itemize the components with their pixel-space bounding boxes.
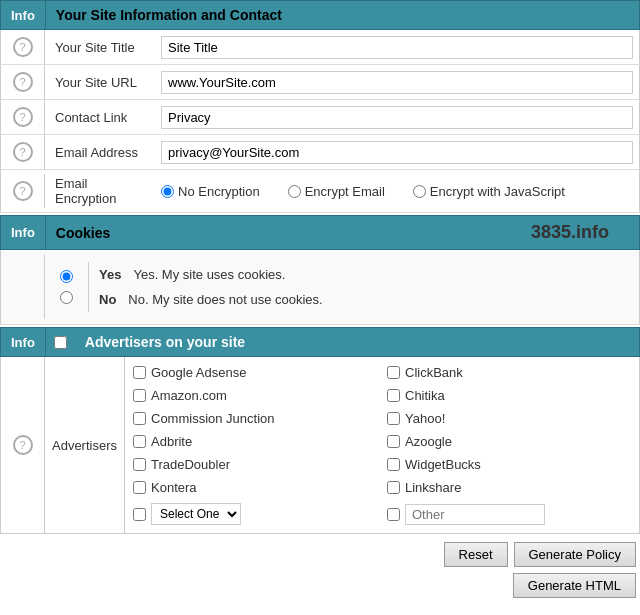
contact-link-label: Contact Link bbox=[45, 104, 155, 131]
cookies-labels: Yes Yes. My site uses cookies. No No. My… bbox=[89, 261, 333, 313]
site-url-icon-cell: ? bbox=[1, 65, 45, 99]
site-title-label: Your Site Title bbox=[45, 34, 155, 61]
contact-link-icon-cell: ? bbox=[1, 100, 45, 134]
adv-checkbox-chitika[interactable] bbox=[387, 389, 400, 402]
adv-item-tradedoubler: TradeDoubler bbox=[133, 457, 377, 472]
email-address-icon-cell: ? bbox=[1, 135, 45, 169]
cookies-no-radio-label[interactable] bbox=[60, 291, 73, 304]
adv-other-row bbox=[387, 503, 631, 525]
cookies-yes-radio[interactable] bbox=[60, 270, 73, 283]
adv-checkbox-kontera[interactable] bbox=[133, 481, 146, 494]
generate-policy-button[interactable]: Generate Policy bbox=[514, 542, 637, 567]
adv-checkbox-widgetbucks[interactable] bbox=[387, 458, 400, 471]
contact-link-row: ? Contact Link bbox=[0, 100, 640, 135]
cookies-no-row: No No. My site does not use cookies. bbox=[99, 292, 323, 307]
email-address-value[interactable] bbox=[155, 137, 639, 168]
advertisers-body: ? Advertisers Google Adsense ClickBank A… bbox=[0, 357, 640, 534]
advertisers-checkboxes: Google Adsense ClickBank Amazon.com Chit… bbox=[125, 357, 639, 533]
email-address-label: Email Address bbox=[45, 139, 155, 166]
email-address-input[interactable] bbox=[161, 141, 633, 164]
adv-checkbox-tradedoubler[interactable] bbox=[133, 458, 146, 471]
reset-button[interactable]: Reset bbox=[444, 542, 508, 567]
adv-checkbox-yahoo[interactable] bbox=[387, 412, 400, 425]
adv-item-amazon: Amazon.com bbox=[133, 388, 377, 403]
site-title-icon: ? bbox=[13, 37, 33, 57]
adv-checkbox-linkshare[interactable] bbox=[387, 481, 400, 494]
adv-item-kontera: Kontera bbox=[133, 480, 377, 495]
advertisers-title: Advertisers on your site bbox=[75, 327, 640, 357]
contact-link-icon: ? bbox=[13, 107, 33, 127]
adv-item-yahoo: Yahoo! bbox=[387, 411, 631, 426]
adv-item-clickbank: ClickBank bbox=[387, 365, 631, 380]
encryption-radio-group: No Encryption Encrypt Email Encrypt with… bbox=[161, 184, 633, 199]
encryption-icon: ? bbox=[13, 181, 33, 201]
advertisers-master-checkbox-cell[interactable] bbox=[46, 327, 75, 357]
site-title-row: ? Your Site Title bbox=[0, 30, 640, 65]
advertisers-header: Info Advertisers on your site bbox=[0, 327, 640, 357]
enc-js-option[interactable]: Encrypt with JavaScript bbox=[413, 184, 565, 199]
cookies-body: Yes Yes. My site uses cookies. No No. My… bbox=[0, 250, 640, 325]
site-url-value[interactable] bbox=[155, 67, 639, 98]
adv-item-azoogle: Azoogle bbox=[387, 434, 631, 449]
enc-js-radio[interactable] bbox=[413, 185, 426, 198]
enc-email-radio[interactable] bbox=[288, 185, 301, 198]
btn-row-2: Generate HTML bbox=[513, 573, 636, 598]
contact-link-input[interactable] bbox=[161, 106, 633, 129]
site-url-label: Your Site URL bbox=[45, 69, 155, 96]
encryption-options: No Encryption Encrypt Email Encrypt with… bbox=[155, 180, 639, 203]
advertisers-icon: ? bbox=[13, 435, 33, 455]
encryption-icon-cell: ? bbox=[1, 174, 45, 208]
btn-row-1: Reset Generate Policy bbox=[444, 542, 636, 567]
adv-item-commission-junction: Commission Junction bbox=[133, 411, 377, 426]
adv-item-widgetbucks: WidgetBucks bbox=[387, 457, 631, 472]
cookies-yes-radio-label[interactable] bbox=[60, 270, 73, 283]
encryption-label: Email Encryption bbox=[45, 170, 155, 212]
advertisers-icon-col: ? bbox=[1, 357, 45, 533]
adv-checkbox-clickbank[interactable] bbox=[387, 366, 400, 379]
adv-select-checkbox[interactable] bbox=[133, 508, 146, 521]
cookies-header: Info Cookies 3835.info bbox=[0, 215, 640, 250]
site-title-input[interactable] bbox=[161, 36, 633, 59]
cookies-info-label: Info bbox=[0, 215, 46, 250]
adv-other-input[interactable] bbox=[405, 504, 545, 525]
adv-other-checkbox[interactable] bbox=[387, 508, 400, 521]
cookies-icon-cell bbox=[1, 255, 45, 319]
adv-select-dropdown[interactable]: Select One Option 1 Option 2 bbox=[151, 503, 241, 525]
site-url-icon: ? bbox=[13, 72, 33, 92]
adv-item-google-adsense: Google Adsense bbox=[133, 365, 377, 380]
cookies-title: Cookies 3835.info bbox=[46, 215, 640, 250]
enc-none-radio[interactable] bbox=[161, 185, 174, 198]
site-url-input[interactable] bbox=[161, 71, 633, 94]
advertisers-info-label: Info bbox=[0, 327, 46, 357]
email-address-row: ? Email Address bbox=[0, 135, 640, 170]
site-info-info-label: Info bbox=[0, 0, 46, 30]
adv-item-adbrite: Adbrite bbox=[133, 434, 377, 449]
adv-checkbox-amazon[interactable] bbox=[133, 389, 146, 402]
email-address-icon: ? bbox=[13, 142, 33, 162]
cookies-no-radio[interactable] bbox=[60, 291, 73, 304]
cookies-yes-row: Yes Yes. My site uses cookies. bbox=[99, 267, 323, 282]
bottom-buttons: Reset Generate Policy Generate HTML bbox=[0, 534, 640, 606]
adv-item-linkshare: Linkshare bbox=[387, 480, 631, 495]
advertisers-label: Advertisers bbox=[45, 357, 125, 533]
adv-checkbox-azoogle[interactable] bbox=[387, 435, 400, 448]
advertisers-master-checkbox[interactable] bbox=[54, 336, 67, 349]
site-title-icon-cell: ? bbox=[1, 30, 45, 64]
adv-item-chitika: Chitika bbox=[387, 388, 631, 403]
watermark: 3835.info bbox=[531, 222, 629, 243]
adv-checkbox-google-adsense[interactable] bbox=[133, 366, 146, 379]
contact-link-value[interactable] bbox=[155, 102, 639, 133]
site-title-value[interactable] bbox=[155, 32, 639, 63]
site-url-row: ? Your Site URL bbox=[0, 65, 640, 100]
email-encryption-row: ? Email Encryption No Encryption Encrypt… bbox=[0, 170, 640, 213]
site-info-header: Info Your Site Information and Contact bbox=[0, 0, 640, 30]
enc-none-option[interactable]: No Encryption bbox=[161, 184, 260, 199]
adv-select-row: Select One Option 1 Option 2 bbox=[133, 503, 377, 525]
enc-email-option[interactable]: Encrypt Email bbox=[288, 184, 385, 199]
adv-checkbox-adbrite[interactable] bbox=[133, 435, 146, 448]
site-info-title: Your Site Information and Contact bbox=[46, 0, 640, 30]
generate-html-button[interactable]: Generate HTML bbox=[513, 573, 636, 598]
adv-checkbox-commission-junction[interactable] bbox=[133, 412, 146, 425]
